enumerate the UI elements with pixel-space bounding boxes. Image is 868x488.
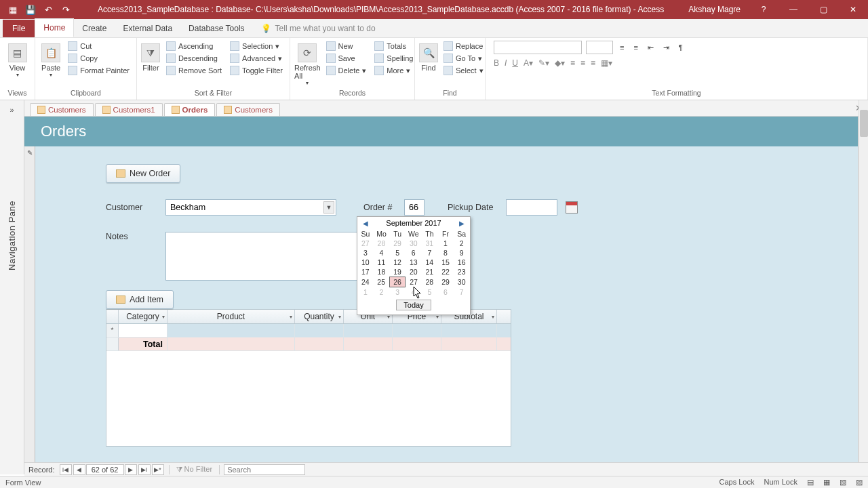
new-order-button[interactable]: New Order [106, 164, 180, 183]
col-quantity[interactable]: Quantity▾ [295, 310, 344, 323]
calendar-day[interactable]: 28 [374, 239, 390, 248]
font-color-button[interactable]: A▾ [524, 58, 533, 68]
calendar-day[interactable]: 1 [357, 287, 374, 298]
calendar-day[interactable]: 3 [357, 248, 374, 258]
calendar-day[interactable]: 13 [406, 258, 422, 267]
textdir-button[interactable]: ¶ [676, 43, 686, 52]
chevron-down-icon[interactable]: ▼ [323, 201, 334, 214]
next-month-button[interactable]: ▶ [458, 220, 466, 227]
vertical-scrollbar[interactable] [859, 100, 868, 462]
prev-record-button[interactable]: ◀ [73, 464, 85, 475]
filter-indicator[interactable]: ⧩ No Filter [174, 465, 216, 474]
help-button[interactable]: ? [749, 0, 778, 19]
calendar-day[interactable]: 1 [437, 239, 454, 248]
remove-sort-button[interactable]: Remove Sort [163, 65, 224, 76]
calendar-day[interactable]: 27 [357, 239, 374, 248]
totals-button[interactable]: Totals [372, 41, 416, 52]
tab-home[interactable]: Home [35, 18, 74, 37]
calendar-day[interactable]: 24 [357, 277, 374, 287]
calendar-day[interactable]: 30 [454, 277, 470, 287]
calendar-day[interactable]: 7 [422, 248, 438, 258]
scrollbar-thumb[interactable] [860, 110, 868, 137]
bullets-button[interactable]: ≡ [617, 43, 627, 52]
goto-button[interactable]: Go To ▾ [441, 53, 486, 64]
calendar-day[interactable]: 5 [422, 287, 438, 298]
toggle-filter-button[interactable]: Toggle Filter [227, 65, 285, 76]
calendar-month-label[interactable]: September 2017 [386, 219, 441, 227]
calendar-icon[interactable] [566, 201, 578, 214]
highlight-button[interactable]: ✎▾ [538, 58, 549, 68]
calendar-day[interactable]: 3 [389, 287, 406, 298]
align-right-button[interactable]: ≡ [591, 58, 595, 68]
expand-navpane-button[interactable]: » [9, 100, 14, 119]
calendar-day[interactable]: 21 [422, 267, 438, 277]
filter-button[interactable]: ⧩Filter [141, 41, 161, 72]
maximize-button[interactable]: ▢ [808, 0, 838, 19]
spelling-button[interactable]: Spelling [372, 53, 416, 64]
calendar-day[interactable]: 23 [454, 267, 470, 277]
indent-inc-button[interactable]: ⇥ [660, 43, 672, 53]
font-name-combo[interactable] [494, 41, 582, 54]
undo-qat-button[interactable]: ↶ [41, 2, 56, 17]
select-button[interactable]: Select ▾ [441, 65, 486, 76]
calendar-day[interactable]: 4 [406, 287, 422, 298]
refresh-all-button[interactable]: ⟳Refresh All▾ [294, 41, 321, 86]
save-record-button[interactable]: Save [323, 53, 370, 64]
record-position[interactable]: 62 of 62 [86, 464, 124, 475]
view-shortcut-layout[interactable]: ▧ [840, 478, 846, 487]
pickup-date-field[interactable] [506, 199, 557, 216]
calendar-day[interactable]: 2 [374, 287, 390, 298]
close-button[interactable]: ✕ [838, 0, 868, 19]
italic-button[interactable]: I [505, 58, 507, 68]
calendar-day[interactable]: 9 [454, 248, 470, 258]
customer-combo[interactable]: Beckham▼ [165, 199, 336, 216]
cut-button[interactable]: Cut [65, 41, 132, 52]
indent-dec-button[interactable]: ⇤ [645, 43, 656, 53]
view-shortcut-form[interactable]: ▤ [807, 478, 814, 487]
new-record-button[interactable]: New [323, 41, 370, 52]
col-product[interactable]: Product▾ [167, 310, 295, 323]
align-center-button[interactable]: ≡ [580, 58, 585, 68]
calendar-day[interactable]: 16 [454, 258, 470, 267]
add-item-button[interactable]: Add Item [106, 290, 174, 309]
user-name[interactable]: Akshay Magre [688, 5, 749, 14]
navigation-pane[interactable]: » Navigation Pane [0, 100, 24, 474]
find-button[interactable]: 🔍Find [419, 41, 438, 72]
calendar-day[interactable]: 11 [374, 258, 390, 267]
redo-qat-button[interactable]: ↷ [58, 2, 73, 17]
tab-database-tools[interactable]: Database Tools [180, 20, 253, 37]
calendar-day[interactable]: 6 [437, 287, 454, 298]
calendar-day[interactable]: 25 [374, 277, 390, 287]
view-shortcut-datasheet[interactable]: ▦ [823, 478, 830, 487]
view-button[interactable]: ▤View▾ [4, 41, 31, 78]
calendar-day[interactable]: 17 [357, 267, 374, 277]
calendar-day[interactable]: 26 [389, 277, 406, 287]
calendar-day[interactable]: 10 [357, 258, 374, 267]
descending-button[interactable]: Descending [163, 53, 224, 64]
calendar-day[interactable]: 28 [422, 277, 438, 287]
row-header[interactable] [106, 310, 119, 323]
record-search-input[interactable] [224, 464, 305, 475]
format-painter-button[interactable]: Format Painter [65, 65, 132, 76]
tab-customers-2[interactable]: Customers [216, 103, 280, 116]
tab-customers[interactable]: Customers [30, 103, 94, 116]
underline-button[interactable]: U [512, 58, 518, 68]
advanced-button[interactable]: Advanced ▾ [227, 53, 285, 64]
new-record-nav-button[interactable]: ▶* [152, 464, 164, 475]
calendar-day[interactable]: 5 [389, 248, 406, 258]
prev-month-button[interactable]: ◀ [361, 220, 370, 227]
copy-button[interactable]: Copy [65, 53, 132, 64]
delete-record-button[interactable]: Delete ▾ [323, 65, 370, 76]
fill-color-button[interactable]: ◆▾ [555, 58, 565, 68]
font-size-combo[interactable] [586, 41, 613, 54]
calendar-day[interactable]: 18 [374, 267, 390, 277]
save-qat-button[interactable]: 💾 [23, 2, 38, 17]
calendar-day[interactable]: 12 [389, 258, 406, 267]
calendar-day[interactable]: 29 [389, 239, 406, 248]
calendar-day[interactable]: 7 [454, 287, 470, 298]
tab-create[interactable]: Create [74, 20, 115, 37]
view-shortcut-design[interactable]: ▨ [856, 478, 863, 487]
replace-button[interactable]: Replace [441, 41, 486, 52]
tab-customers1[interactable]: Customers1 [95, 103, 163, 116]
last-record-button[interactable]: ▶I [138, 464, 151, 475]
